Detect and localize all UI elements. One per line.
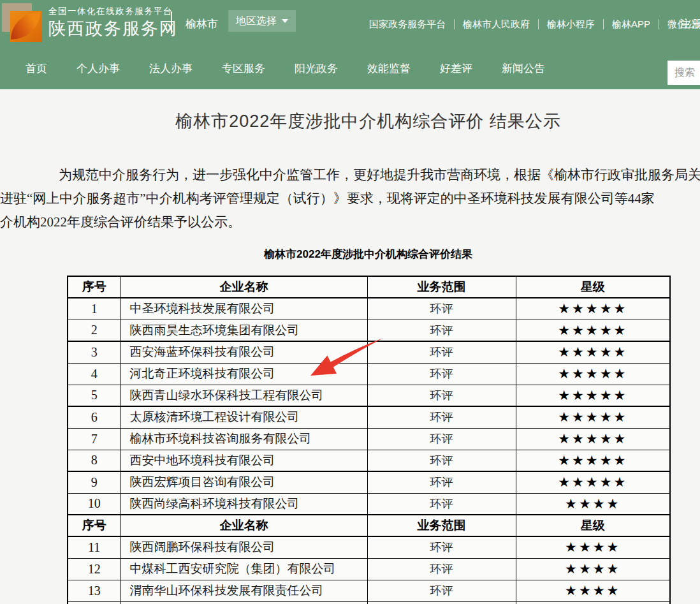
- cell-name: 河北奇正环境科技有限公司: [120, 363, 367, 385]
- cell-stars: ★★★★★: [516, 363, 670, 385]
- cell-no: 4: [68, 363, 120, 385]
- platform-name: 全国一体化在线政务服务平台: [48, 7, 178, 16]
- column-header-3: 星级: [516, 515, 670, 536]
- evaluation-results-table: 序号企业名称业务范围星级1中圣环境科技发展有限公司环评★★★★★2陕西雨昊生态环…: [67, 276, 671, 604]
- cell-scope: 环评: [367, 450, 516, 471]
- table-row: 11陕西阔鹏环保科技有限公司环评★★★★: [68, 536, 670, 558]
- cell-scope: 环评: [367, 493, 516, 515]
- table-row: 8西安中地环境科技有限公司环评★★★★★: [68, 450, 670, 471]
- cell-scope: [367, 601, 516, 604]
- cell-stars: ★★★★★: [516, 298, 670, 320]
- cell-scope: 环评: [367, 558, 516, 580]
- cell-stars: ★★★★★: [516, 320, 670, 341]
- table-row: 9陕西宏辉项目咨询有限公司环评★★★★★: [68, 471, 670, 493]
- search-input[interactable]: [667, 61, 700, 85]
- column-header-2: 业务范围: [367, 276, 516, 298]
- cell-name: 陕西青山绿水环保科技工程有限公司: [120, 385, 367, 406]
- top-external-links: 国家政务服务平台榆林市人民政府榆林小程序榆林APP微信公众号: [361, 0, 700, 48]
- site-brand: 全国一体化在线政务服务平台 陕西政务服务网: [48, 7, 178, 38]
- nav-item-4[interactable]: 阳光政务: [295, 61, 338, 76]
- cell-name: 榆林市环境科技咨询服务有限公司: [120, 428, 367, 450]
- cell-scope: 环评: [367, 471, 516, 493]
- cell-scope: 环评: [367, 385, 516, 406]
- region-select-button[interactable]: 地区选择: [228, 10, 296, 32]
- logo-leaf-icon: [11, 12, 40, 40]
- evaluation-table-body: 序号企业名称业务范围星级1中圣环境科技发展有限公司环评★★★★★2陕西雨昊生态环…: [68, 276, 670, 604]
- main-navigation-bar: 首页个人办事法人办事专区服务阳光政务效能监督好差评新闻公告: [0, 48, 700, 89]
- cell-name: 太原核清环境工程设计有限公司: [120, 406, 367, 428]
- nav-items: 首页个人办事法人办事专区服务阳光政务效能监督好差评新闻公告: [26, 48, 545, 89]
- table-row: 3西安海蓝环保科技有限公司环评★★★★★: [68, 341, 670, 363]
- cell-stars: [516, 601, 670, 604]
- cell-no: 8: [68, 450, 120, 471]
- column-header-2: 业务范围: [367, 515, 516, 536]
- page-title: 榆林市2022年度涉批中介机构综合评价 结果公示: [67, 110, 669, 133]
- cell-stars: ★★★★★: [516, 385, 670, 406]
- column-header-0: 序号: [68, 276, 120, 298]
- cell-no: 10: [68, 493, 120, 515]
- paragraph-line: 进驻“网上中介服务超市”中介机构考评管理规定（试行）》要求，现将评定的中圣环境科…: [0, 187, 700, 210]
- nav-item-5[interactable]: 效能监督: [367, 61, 411, 76]
- cell-no: 9: [68, 471, 120, 493]
- cell-stars: ★★★★★: [516, 406, 670, 428]
- cell-name: 陕西阔鹏环保科技有限公司: [120, 536, 367, 558]
- cell-stars: ★★★★: [516, 580, 670, 601]
- site-logo: [2, 3, 44, 43]
- table-row: 2陕西雨昊生态环境集团有限公司环评★★★★★: [68, 320, 670, 341]
- column-header-3: 星级: [516, 276, 670, 298]
- cell-no: 13: [68, 580, 120, 601]
- table-row: 4河北奇正环境科技有限公司环评★★★★★: [68, 363, 670, 385]
- column-header-0: 序号: [68, 515, 120, 536]
- nav-item-6[interactable]: 好差评: [440, 61, 472, 76]
- top-link-0[interactable]: 国家政务服务平台: [361, 19, 455, 29]
- nav-item-7[interactable]: 新闻公告: [502, 61, 545, 76]
- top-header-bar: 全国一体化在线政务服务平台 陕西政务服务网 榆林市 地区选择 国家政务服务平台榆…: [0, 0, 700, 48]
- cell-name: 渭南华山环保科技发展有限责任公司: [120, 580, 367, 601]
- nav-item-3[interactable]: 专区服务: [222, 61, 265, 76]
- paragraph-line: 为规范中介服务行为，进一步强化中介监管工作，更好地提升我市营商环境，根据《榆林市…: [0, 163, 700, 187]
- site-name: 陕西政务服务网: [48, 20, 178, 38]
- cell-no: 5: [68, 385, 120, 406]
- cell-no: 7: [68, 428, 120, 450]
- table-row: 12中煤科工西安研究院（集团）有限公司环评★★★★: [68, 558, 670, 580]
- cell-scope: 环评: [367, 580, 516, 601]
- table-row: 1中圣环境科技发展有限公司环评★★★★★: [68, 298, 670, 320]
- cell-scope: 环评: [367, 363, 516, 385]
- table-header-row: 序号企业名称业务范围星级: [68, 276, 670, 298]
- cell-name: 西安海蓝环保科技有限公司: [120, 341, 367, 363]
- cell-no: [68, 601, 120, 604]
- nav-item-0[interactable]: 首页: [26, 61, 47, 76]
- top-link-1[interactable]: 榆林市人民政府: [455, 19, 539, 29]
- cell-no: 3: [68, 341, 120, 363]
- chevron-down-icon: [282, 19, 288, 23]
- cell-scope: 环评: [367, 298, 516, 320]
- current-city-label: 榆林市: [186, 17, 218, 31]
- table-row: 10陕西尚绿高科环境科技有限公司环评★★★★: [68, 493, 670, 515]
- cell-no: 12: [68, 558, 120, 580]
- search-box: [667, 61, 700, 85]
- cell-name: 陕西宏辉项目咨询有限公司: [120, 471, 367, 493]
- cell-name: 陕西尚绿高科环境科技有限公司: [120, 493, 367, 515]
- cell-scope: 环评: [367, 320, 516, 341]
- table-row: 13渭南华山环保科技发展有限责任公司环评★★★★: [68, 580, 670, 601]
- top-link-2[interactable]: 榆林小程序: [539, 19, 604, 29]
- cell-no: 2: [68, 320, 120, 341]
- cell-name: 西安中地环境科技有限公司: [120, 450, 367, 471]
- table-row: 5陕西青山绿水环保科技工程有限公司环评★★★★★: [68, 385, 670, 406]
- column-header-1: 企业名称: [120, 276, 367, 298]
- cell-scope: 环评: [367, 536, 516, 558]
- cell-no: 6: [68, 406, 120, 428]
- register-link[interactable]: 注册: [680, 17, 700, 31]
- table-row: 6太原核清环境工程设计有限公司环评★★★★★: [68, 406, 670, 428]
- nav-item-2[interactable]: 法人办事: [149, 61, 193, 76]
- cell-stars: ★★★★: [516, 536, 670, 558]
- top-link-3[interactable]: 榆林APP: [604, 19, 659, 29]
- cell-stars: ★★★★★: [516, 341, 670, 363]
- cell-stars: ★★★★: [516, 558, 670, 580]
- cell-scope: 环评: [367, 406, 516, 428]
- brand-divider: [171, 11, 172, 34]
- cell-no: 1: [68, 298, 120, 320]
- region-select-label: 地区选择: [236, 15, 277, 28]
- table-row: 7榆林市环境科技咨询服务有限公司环评★★★★★: [68, 428, 670, 450]
- nav-item-1[interactable]: 个人办事: [77, 61, 120, 76]
